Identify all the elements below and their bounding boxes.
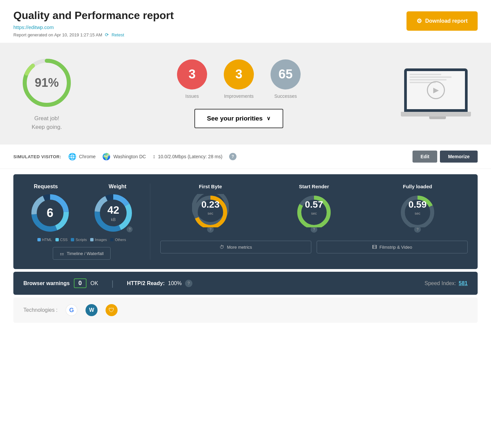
start-render-label: 0.57 sec <box>305 199 323 216</box>
more-metrics-button[interactable]: ⏱ More metrics <box>160 241 311 253</box>
successes-count: 65 <box>279 67 293 81</box>
legend-html-label: HTML <box>42 238 52 242</box>
improvements-count: 3 <box>235 67 242 81</box>
refresh-icon: ⟳ <box>105 32 109 37</box>
page-title: Quality and Performance report <box>13 9 174 22</box>
score-container: 91% Great job! Keep going. <box>20 56 73 131</box>
speed-arrows-icon: ↕ <box>153 154 155 160</box>
http2-section: HTTP/2 Ready: 100% ? <box>127 280 192 287</box>
requests-title: Requests <box>23 184 68 190</box>
download-report-button[interactable]: ⚙ Download report <box>406 11 478 31</box>
priorities-label: See your priorities <box>207 115 263 122</box>
filmstrip-video-button[interactable]: 🎞 Filmstrip & Video <box>317 241 468 253</box>
timeline-waterfall-button[interactable]: ⚏ Timeline / Waterfall <box>53 247 111 260</box>
warnings-count: 0 <box>78 280 82 286</box>
header-left: Quality and Performance report https://e… <box>13 9 174 37</box>
visitor-bar: SIMULATED VISITOR: 🌐 Chrome 🌍 Washington… <box>0 145 491 169</box>
issues-count: 3 <box>188 67 195 81</box>
fully-loaded-label: 0.59 sec <box>408 199 427 216</box>
report-date: Report generated on Apr 10, 2019 1:27:15… <box>13 32 102 37</box>
first-byte-label: 0.23 sec <box>201 199 220 216</box>
issues-metric: 3 Issues <box>177 59 207 99</box>
rw-titles: Requests Weight <box>23 184 140 190</box>
legend-css-label: CSS <box>60 238 68 242</box>
more-metrics-label: More metrics <box>227 245 252 250</box>
laptop-base <box>401 112 471 117</box>
legend-scripts-label: Scripts <box>75 238 87 242</box>
fully-loaded-unit: sec <box>415 211 420 215</box>
score-circle: 91% <box>20 56 73 109</box>
metrics-bubbles: 3 Issues 3 Improvements 65 Successes <box>177 59 301 99</box>
fully-loaded-metric: Fully loaded 0.59 sec ? <box>399 184 436 233</box>
successes-metric: 65 Successes <box>271 59 301 99</box>
legend-scripts: Scripts <box>71 238 87 242</box>
first-byte-value: 0.23 <box>201 199 220 210</box>
start-render-value: 0.57 <box>305 199 323 210</box>
first-byte-donut: 0.23 sec <box>192 194 229 224</box>
timeline-label: Timeline / Waterfall <box>67 251 104 256</box>
location-label: Washington DC <box>113 154 146 159</box>
weight-count: 42 <box>107 204 119 216</box>
weight-label: 42 kB <box>107 204 119 222</box>
first-byte-metric: First Byte 0.23 sec ? <box>192 184 229 233</box>
location-item: 🌍 Washington DC <box>102 153 146 161</box>
donuts-row: 6 42 kB ? <box>23 193 140 233</box>
fully-loaded-donut: 0.59 sec <box>399 194 436 224</box>
improvements-label: Improvements <box>224 93 254 99</box>
issues-bubble: 3 <box>177 59 207 89</box>
metrics-panel: Requests Weight 6 <box>13 174 478 269</box>
improvements-metric: 3 Improvements <box>224 59 254 99</box>
first-byte-title: First Byte <box>199 184 222 189</box>
legend-others-label: Others <box>115 238 126 242</box>
speed-index-section: Speed Index: 581 <box>425 280 468 286</box>
help-icon[interactable]: ? <box>229 153 236 160</box>
status-bar: Browser warnings 0 OK | HTTP/2 Ready: 10… <box>13 272 478 295</box>
speed-index-label: Speed Index: <box>425 280 456 286</box>
warnings-ok-label: OK <box>91 280 98 286</box>
retest-link[interactable]: Retest <box>112 32 124 37</box>
play-button-circle: ▶ <box>427 81 445 99</box>
http2-label: HTTP/2 Ready: <box>127 280 165 286</box>
see-priorities-button[interactable]: See your priorities ∨ <box>194 109 284 128</box>
edit-button[interactable]: Edit <box>413 151 437 163</box>
score-label-line2: Keep going. <box>32 123 62 132</box>
film-icon: 🎞 <box>372 244 377 250</box>
technologies-bar: Technologies : G W 🛡 <box>13 297 478 323</box>
chrome-icon: 🌐 <box>68 153 76 161</box>
browser-warnings-label: Browser warnings <box>23 280 70 286</box>
laptop-stand <box>429 117 446 119</box>
warnings-count-badge: 0 <box>74 278 87 288</box>
memorize-button[interactable]: Memorize <box>440 151 478 163</box>
clock-icon: ⏱ <box>219 244 224 250</box>
timeline-icon: ⚏ <box>60 251 64 256</box>
http2-help-icon[interactable]: ? <box>185 280 192 287</box>
legend-images: Images <box>90 238 107 242</box>
http2-value: 100% <box>168 280 182 286</box>
requests-weight-section: Requests Weight 6 <box>23 184 150 260</box>
site-url-link[interactable]: https://editwp.com <box>13 24 174 30</box>
download-icon: ⚙ <box>417 17 422 25</box>
weight-donut: 42 kB ? <box>93 193 133 233</box>
weight-unit: kB <box>111 217 116 222</box>
score-label-line1: Great job! <box>32 114 62 123</box>
legend: HTML CSS Scripts Images Others <box>23 238 140 242</box>
speed-index-value[interactable]: 581 <box>459 280 468 286</box>
start-render-title: Start Render <box>299 184 329 189</box>
technologies-label: Technologies : <box>23 307 57 313</box>
fully-loaded-value: 0.59 <box>408 199 427 210</box>
tech-google-icon: G <box>65 304 77 316</box>
legend-others: Others <box>110 238 126 242</box>
successes-label: Successes <box>274 93 297 99</box>
download-label: Download report <box>425 18 468 24</box>
browser-item: 🌐 Chrome <box>68 153 96 161</box>
successes-bubble: 65 <box>271 59 301 89</box>
divider: | <box>112 279 114 288</box>
legend-css: CSS <box>55 238 68 242</box>
tech-shield-icon: 🛡 <box>106 304 118 316</box>
simulated-visitor-label: SIMULATED VISITOR: <box>13 154 61 159</box>
score-label: Great job! Keep going. <box>32 114 62 131</box>
tech-wordpress-icon: W <box>86 304 98 316</box>
improvements-bubble: 3 <box>224 59 254 89</box>
requests-count: 6 <box>47 206 53 220</box>
filmstrip-label: Filmstrip & Video <box>379 245 412 250</box>
